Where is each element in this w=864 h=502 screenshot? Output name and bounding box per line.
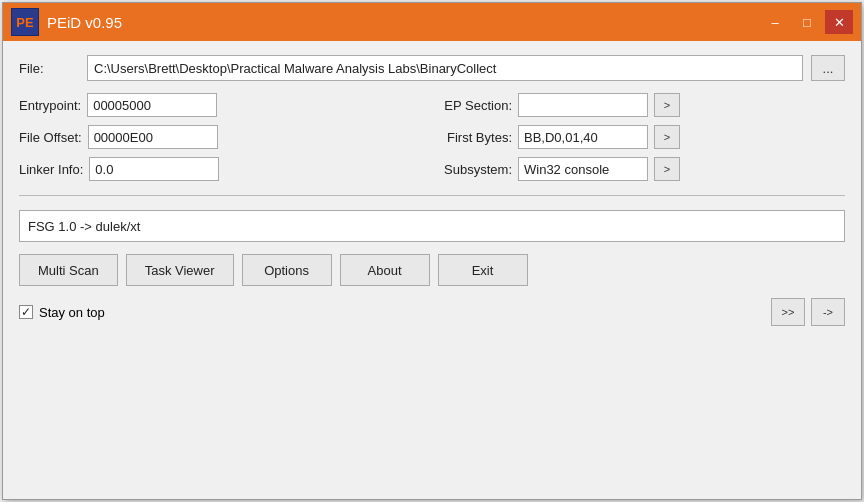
stay-on-top-checkbox[interactable]: ✓	[19, 305, 33, 319]
file-offset-label: File Offset:	[19, 130, 82, 145]
content-area: File: ... Entrypoint: File Offset: Linke…	[3, 41, 861, 499]
subsystem-arrow-button[interactable]: >	[654, 157, 680, 181]
title-bar-controls: – □ ✕	[761, 10, 853, 34]
nav-buttons: >> ->	[771, 298, 845, 326]
app-icon: PE	[11, 8, 39, 36]
linker-info-group: Linker Info:	[19, 157, 432, 181]
first-bytes-input[interactable]	[518, 125, 648, 149]
title-bar-left: PE PEiD v0.95	[11, 8, 202, 36]
nav-next-button[interactable]: ->	[811, 298, 845, 326]
browse-button[interactable]: ...	[811, 55, 845, 81]
window-title: PEiD v0.95	[47, 14, 122, 31]
right-fields: EP Section: > First Bytes: > Subsystem: …	[432, 93, 845, 181]
buttons-row: Multi Scan Task Viewer Options About Exi…	[19, 254, 845, 286]
entrypoint-input[interactable]	[87, 93, 217, 117]
stay-on-top-label: Stay on top	[39, 305, 105, 320]
subsystem-label: Subsystem:	[432, 162, 512, 177]
about-button[interactable]: About	[340, 254, 430, 286]
ep-section-input[interactable]	[518, 93, 648, 117]
linker-info-input[interactable]	[89, 157, 219, 181]
entrypoint-group: Entrypoint:	[19, 93, 432, 117]
file-input[interactable]	[87, 55, 803, 81]
subsystem-input[interactable]	[518, 157, 648, 181]
maximize-button[interactable]: □	[793, 10, 821, 34]
ep-section-arrow-button[interactable]: >	[654, 93, 680, 117]
first-bytes-arrow-button[interactable]: >	[654, 125, 680, 149]
close-button[interactable]: ✕	[825, 10, 853, 34]
exit-button[interactable]: Exit	[438, 254, 528, 286]
file-label: File:	[19, 61, 79, 76]
entrypoint-label: Entrypoint:	[19, 98, 81, 113]
bottom-row: ✓ Stay on top >> ->	[19, 298, 845, 330]
main-window: PE PEiD v0.95 – □ ✕ File: ... Entrypoint…	[2, 2, 862, 500]
title-bar: PE PEiD v0.95 – □ ✕	[3, 3, 861, 41]
result-box: FSG 1.0 -> dulek/xt	[19, 210, 845, 242]
divider	[19, 195, 845, 196]
file-offset-group: File Offset:	[19, 125, 432, 149]
file-offset-input[interactable]	[88, 125, 218, 149]
linker-info-label: Linker Info:	[19, 162, 83, 177]
result-text: FSG 1.0 -> dulek/xt	[28, 219, 140, 234]
multi-scan-button[interactable]: Multi Scan	[19, 254, 118, 286]
task-viewer-button[interactable]: Task Viewer	[126, 254, 234, 286]
first-bytes-label: First Bytes:	[432, 130, 512, 145]
left-fields: Entrypoint: File Offset: Linker Info:	[19, 93, 432, 181]
app-icon-text: PE	[16, 15, 33, 30]
file-row: File: ...	[19, 55, 845, 81]
options-button[interactable]: Options	[242, 254, 332, 286]
ep-section-label: EP Section:	[432, 98, 512, 113]
minimize-button[interactable]: –	[761, 10, 789, 34]
first-bytes-group: First Bytes: >	[432, 125, 845, 149]
nav-prev-button[interactable]: >>	[771, 298, 805, 326]
fields-section: Entrypoint: File Offset: Linker Info: EP…	[19, 93, 845, 181]
stay-on-top-group[interactable]: ✓ Stay on top	[19, 305, 105, 320]
ep-section-group: EP Section: >	[432, 93, 845, 117]
subsystem-group: Subsystem: >	[432, 157, 845, 181]
